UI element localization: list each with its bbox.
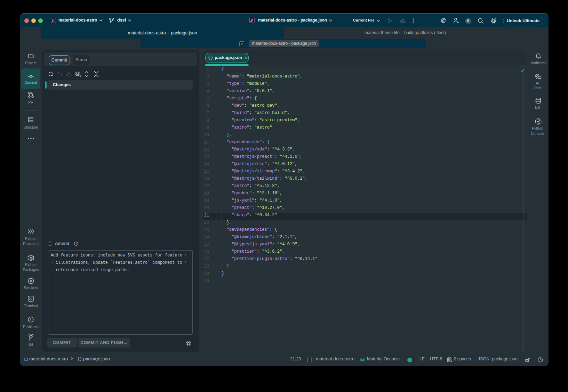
svg-text:IJ: IJ — [241, 42, 243, 44]
svg-text:IJ: IJ — [251, 19, 253, 22]
svg-text:IJ: IJ — [53, 19, 55, 22]
svg-text:IJ: IJ — [309, 359, 310, 361]
